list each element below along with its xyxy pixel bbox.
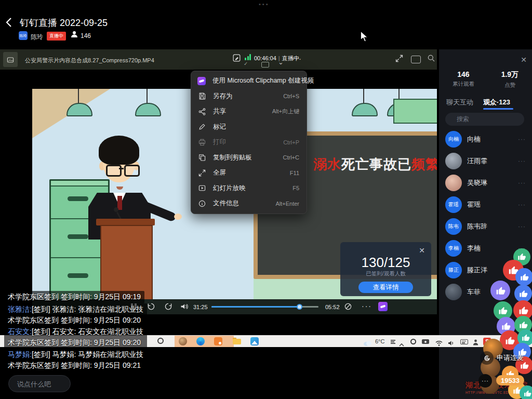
toolbar-more-button[interactable]: ··· <box>292 55 302 63</box>
viewer-more-button[interactable]: ··· <box>518 194 526 216</box>
chat-message: 石安文:[签到] 石安文: 石安文在湖北职业技术学院东区签到 签到时间: 9月2… <box>4 326 147 349</box>
tab-chat-interaction[interactable]: 聊天互动 <box>446 98 473 107</box>
sidebar-close-button[interactable]: ✕ <box>521 56 527 64</box>
menu-item-7[interactable]: 全屏F11 <box>191 165 307 181</box>
presenter-hand <box>174 214 182 220</box>
viewer-name: 滕正洋 <box>467 259 487 281</box>
menu-item-5[interactable]: 打印Ctrl+P <box>191 135 307 150</box>
streamer-name: 陈玲 <box>31 33 43 42</box>
menu-item-6[interactable]: 复制到剪贴板Ctrl+C <box>191 150 307 166</box>
volume-button[interactable] <box>180 303 188 312</box>
fullscreen-expand-button[interactable] <box>395 54 404 65</box>
menu-item-9[interactable]: 文件信息Alt+Enter <box>191 196 307 211</box>
taskbar-app-contact-icon[interactable] <box>179 337 187 345</box>
menu-item-3[interactable]: 共享Alt+向上键 <box>191 104 307 119</box>
back-button[interactable] <box>5 17 16 29</box>
lamp-stem <box>78 89 79 103</box>
viewer-row[interactable]: 汪雨霏··· <box>439 150 532 172</box>
viewer-row[interactable]: 向楠向楠··· <box>439 128 532 150</box>
signin-count-popup: ✕ 130/125 已签到/观看人数 查看详情 <box>340 242 431 296</box>
tray-chevron-up-icon[interactable] <box>399 339 404 349</box>
tray-speaker-icon[interactable] <box>448 339 455 348</box>
taskbar-app-dingtalk-icon[interactable] <box>214 337 222 345</box>
weather-condition-icon <box>391 340 395 343</box>
fullscreen-icon <box>197 168 206 177</box>
screen-share-grab-dots: ••• <box>259 1 270 7</box>
presenter-glasses <box>106 165 122 177</box>
photos-rotate-button[interactable] <box>3 52 18 67</box>
speaker-icon <box>180 303 188 310</box>
streamer-avatar: 陈玲 <box>19 31 28 40</box>
chat-message-line: 术学院东区签到 签到时间: 9月25日 09:20 <box>8 315 143 326</box>
stat-likes-value: 1.9万 <box>501 70 518 79</box>
mic-request-button[interactable]: 申请连麦 <box>480 351 524 365</box>
edit-video-button[interactable] <box>232 54 241 64</box>
viewer-row[interactable]: 吴晓琳··· <box>439 172 532 194</box>
expand-arrows-icon <box>395 54 404 63</box>
like-thumb-bubble <box>490 281 510 300</box>
menu-item-1[interactable]: 使用 Microsoft Clipchamp 创建视频 <box>191 73 307 89</box>
chat-sender-name: 石安文: <box>8 327 32 336</box>
rewind-icon <box>147 302 155 311</box>
tray-camera-icon[interactable] <box>422 339 429 344</box>
image-rotate-icon <box>6 56 15 64</box>
viewer-row[interactable]: 陈韦陈韦辞··· <box>439 216 532 237</box>
weather-cloud-icon[interactable] <box>363 339 372 348</box>
info-icon <box>197 199 206 208</box>
board-headline: 溺水死亡事故已频繁 <box>313 155 437 174</box>
fit-to-window-button[interactable] <box>411 56 421 63</box>
tray-wifi-icon[interactable] <box>435 339 443 348</box>
chevron-down-icon[interactable]: ⌄ <box>278 58 284 66</box>
tray-ring-icon[interactable] <box>410 339 416 344</box>
viewer-row[interactable]: 霍瑶霍瑶··· <box>439 194 532 216</box>
viewer-more-button[interactable]: ··· <box>518 150 526 172</box>
viewer-name: 李楠 <box>467 237 481 259</box>
tab-audience[interactable]: 观众·123 <box>483 98 510 107</box>
controls-more-button[interactable]: ··· <box>362 302 372 310</box>
chat-message: 张雅洁:[签到] 张雅洁: 张雅洁在湖北职业技术学院东区签到 签到时间: 9月2… <box>4 303 147 327</box>
menu-item-shortcut: Alt+Enter <box>275 201 299 207</box>
zoom-button[interactable] <box>427 54 435 64</box>
rewind-button[interactable] <box>147 302 155 313</box>
presenter-tie <box>117 196 122 210</box>
menu-item-label: 使用 Microsoft Clipchamp 创建视频 <box>212 76 314 85</box>
clipchamp-icon[interactable] <box>378 302 388 311</box>
taskbar-app-explorer-icon[interactable] <box>233 337 241 345</box>
search-input[interactable]: 搜索 <box>445 113 524 126</box>
presenter-hair <box>99 136 139 165</box>
viewer-more-button[interactable]: ··· <box>518 216 526 237</box>
overlay-more-button[interactable]: ··· <box>478 374 492 388</box>
menu-item-4[interactable]: 标记 <box>191 119 307 135</box>
taskbar-app-photos-icon[interactable] <box>250 337 259 345</box>
menu-item-2[interactable]: 另存为Ctrl+S <box>191 89 307 104</box>
stream-stats: 146 累计观看 1.9万 点赞 <box>439 70 532 89</box>
signin-count-subtitle: 已签到/观看人数 <box>340 270 431 277</box>
tray-keyboard-icon[interactable] <box>460 339 468 344</box>
check-icon: ✓ <box>244 61 248 66</box>
menu-item-shortcut: Ctrl+S <box>283 93 299 99</box>
viewer-more-button[interactable]: ··· <box>518 128 526 150</box>
cast-screen-icon[interactable] <box>261 62 269 68</box>
forward-button[interactable] <box>164 302 172 313</box>
weather-temperature[interactable]: 6°C <box>375 338 384 344</box>
viewer-name: 吴晓琳 <box>467 172 487 194</box>
active-tab-underline <box>483 108 513 110</box>
chat-message-line: 张雅洁:[签到] 张雅洁: 张雅洁在湖北职业技 <box>8 304 143 315</box>
stat-views: 146 累计观看 <box>453 70 474 89</box>
progress-bar[interactable] <box>211 306 318 308</box>
chat-message: 术学院东区签到 签到时间: 9月25日 09:19 <box>4 291 144 303</box>
viewer-avatar <box>445 284 462 300</box>
viewer-avatar: 霍瑶 <box>445 196 462 213</box>
chat-input[interactable]: 说点什么吧 <box>8 375 71 392</box>
view-details-button[interactable]: 查看详情 <box>358 282 413 293</box>
progress-thumb[interactable] <box>297 304 302 310</box>
taskbar-search-icon[interactable] <box>157 338 164 344</box>
viewer-more-button[interactable]: ··· <box>518 172 526 194</box>
like-counter-badge[interactable]: 19533 <box>496 375 524 385</box>
tray-person-icon[interactable] <box>473 338 478 348</box>
autoplay-off-button[interactable] <box>344 302 352 313</box>
popup-close-button[interactable]: ✕ <box>419 246 425 255</box>
menu-item-8[interactable]: 幻灯片放映F5 <box>191 181 307 196</box>
taskbar-app-edge-icon[interactable] <box>196 337 205 345</box>
wall-frame <box>393 99 437 124</box>
